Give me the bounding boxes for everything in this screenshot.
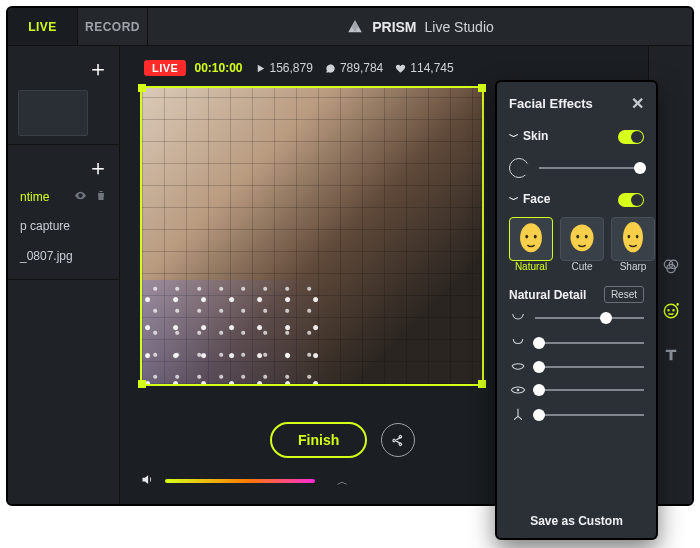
brand-name: PRISM (372, 19, 416, 35)
source-item-runtime[interactable]: ntime (18, 183, 109, 211)
save-as-custom-button[interactable]: Save as Custom (530, 506, 623, 530)
svg-point-12 (623, 222, 643, 252)
facial-effects-panel: Facial Effects ✕ ﹀Skin ﹀Face Natural Cut… (495, 80, 658, 540)
chin-slider[interactable] (535, 317, 644, 319)
chevron-down-icon[interactable]: ﹀ (509, 194, 519, 205)
comment-icon (325, 63, 336, 74)
stat-likes: 114,745 (395, 61, 453, 75)
source-item-capture[interactable]: p capture (18, 211, 109, 241)
reset-button[interactable]: Reset (604, 286, 644, 303)
preview-canvas[interactable] (140, 86, 484, 386)
resize-handle-bl[interactable] (138, 380, 146, 388)
svg-point-10 (576, 235, 579, 239)
finish-button[interactable]: Finish (270, 422, 367, 458)
filters-tool-icon[interactable] (661, 256, 681, 279)
svg-point-5 (673, 310, 674, 311)
skin-smooth-icon (509, 158, 529, 178)
elapsed-time: 00:10:00 (194, 61, 242, 75)
svg-point-4 (668, 310, 669, 311)
skin-section-label: Skin (523, 129, 548, 143)
resize-handle-tr[interactable] (478, 84, 486, 92)
mouth-icon (509, 361, 527, 373)
text-tool-icon[interactable] (662, 346, 680, 367)
mouth-slider[interactable] (535, 366, 644, 368)
likes-value: 114,745 (410, 61, 453, 75)
tab-record[interactable]: RECORD (78, 8, 148, 45)
jaw-icon (509, 336, 527, 350)
comments-value: 789,784 (340, 61, 383, 75)
left-sidebar: ＋ ＋ ntime p capture _ (8, 46, 120, 504)
tab-live[interactable]: LIVE (8, 8, 78, 45)
svg-point-7 (525, 235, 528, 239)
face-section-label: Face (523, 192, 550, 206)
panel-title: Facial Effects (509, 96, 593, 111)
live-badge: LIVE (144, 60, 186, 76)
heart-icon (395, 63, 406, 74)
eyes-icon (509, 384, 527, 396)
expand-volume-icon[interactable]: ︿ (337, 474, 348, 489)
face-preset-label: Natural (509, 261, 553, 272)
prism-logo-icon (346, 18, 364, 36)
topbar: LIVE RECORD PRISM Live Studio (8, 8, 692, 46)
chevron-down-icon[interactable]: ﹀ (509, 131, 519, 142)
nose-slider[interactable] (535, 414, 644, 416)
jaw-slider[interactable] (535, 342, 644, 344)
detail-sliders (509, 311, 644, 423)
views-value: 156,879 (270, 61, 313, 75)
share-icon (391, 433, 406, 448)
svg-point-11 (585, 235, 588, 239)
face-preset-grid: Natural Cute Sharp (509, 217, 644, 272)
svg-point-15 (517, 389, 520, 392)
app-title: PRISM Live Studio (148, 18, 692, 36)
stat-views: 156,879 (255, 61, 313, 75)
skin-slider[interactable] (539, 167, 644, 169)
face-toggle[interactable] (618, 193, 644, 207)
facial-effects-tool-icon[interactable] (661, 301, 681, 324)
play-icon (255, 63, 266, 74)
nose-icon (509, 407, 527, 423)
chin-icon (509, 311, 527, 325)
mode-tabs: LIVE RECORD (8, 8, 148, 45)
video-content (142, 88, 482, 384)
resize-handle-br[interactable] (478, 380, 486, 388)
svg-point-13 (628, 235, 631, 239)
source-label: ntime (20, 190, 49, 204)
svg-point-14 (636, 235, 639, 239)
visibility-icon[interactable] (74, 189, 87, 205)
stream-info-bar: LIVE 00:10:00 156,879 789,784 114,745 (144, 60, 672, 76)
svg-point-3 (664, 304, 677, 317)
stat-comments: 789,784 (325, 61, 383, 75)
source-item-image[interactable]: _0807.jpg (18, 241, 109, 271)
face-preset-sharp[interactable]: Sharp (611, 217, 655, 272)
brand-suffix: Live Studio (425, 19, 494, 35)
add-source-button[interactable]: ＋ (18, 153, 109, 183)
skin-toggle[interactable] (618, 130, 644, 144)
svg-point-8 (534, 235, 537, 239)
close-icon[interactable]: ✕ (631, 94, 644, 113)
resize-handle-tl[interactable] (138, 84, 146, 92)
volume-icon[interactable] (140, 472, 155, 490)
volume-slider[interactable] (165, 479, 315, 483)
detail-heading: Natural Detail (509, 288, 586, 302)
share-button[interactable] (381, 423, 415, 457)
scene-thumbnail[interactable] (18, 90, 88, 136)
svg-point-6 (520, 223, 542, 252)
face-preset-label: Cute (560, 261, 604, 272)
add-scene-button[interactable]: ＋ (18, 54, 109, 84)
eyes-slider[interactable] (535, 389, 644, 391)
face-preset-natural[interactable]: Natural (509, 217, 553, 272)
delete-icon[interactable] (95, 189, 107, 205)
face-preset-cute[interactable]: Cute (560, 217, 604, 272)
face-preset-label: Sharp (611, 261, 655, 272)
